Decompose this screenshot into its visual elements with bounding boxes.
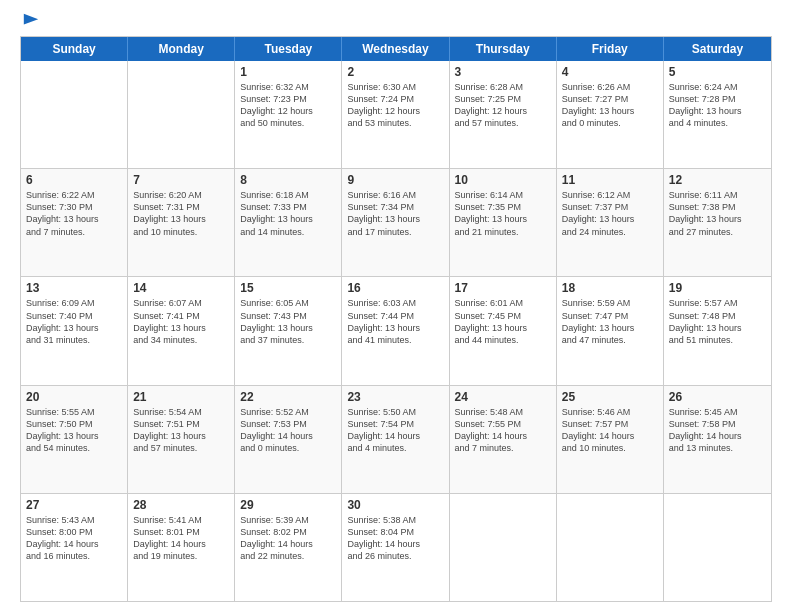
day-info: Sunrise: 5:57 AM Sunset: 7:48 PM Dayligh…: [669, 297, 766, 346]
logo-flag-icon: [22, 12, 40, 30]
day-number: 18: [562, 281, 658, 295]
day-cell-30: 30Sunrise: 5:38 AM Sunset: 8:04 PM Dayli…: [342, 494, 449, 601]
empty-cell-r0c1: [128, 61, 235, 168]
day-cell-3: 3Sunrise: 6:28 AM Sunset: 7:25 PM Daylig…: [450, 61, 557, 168]
day-info: Sunrise: 6:11 AM Sunset: 7:38 PM Dayligh…: [669, 189, 766, 238]
day-info: Sunrise: 6:32 AM Sunset: 7:23 PM Dayligh…: [240, 81, 336, 130]
day-cell-9: 9Sunrise: 6:16 AM Sunset: 7:34 PM Daylig…: [342, 169, 449, 276]
day-cell-10: 10Sunrise: 6:14 AM Sunset: 7:35 PM Dayli…: [450, 169, 557, 276]
day-number: 19: [669, 281, 766, 295]
day-cell-25: 25Sunrise: 5:46 AM Sunset: 7:57 PM Dayli…: [557, 386, 664, 493]
day-number: 1: [240, 65, 336, 79]
day-number: 10: [455, 173, 551, 187]
day-info: Sunrise: 5:48 AM Sunset: 7:55 PM Dayligh…: [455, 406, 551, 455]
header: [20, 16, 772, 26]
day-cell-11: 11Sunrise: 6:12 AM Sunset: 7:37 PM Dayli…: [557, 169, 664, 276]
day-info: Sunrise: 6:01 AM Sunset: 7:45 PM Dayligh…: [455, 297, 551, 346]
weekday-header-sunday: Sunday: [21, 37, 128, 61]
day-number: 27: [26, 498, 122, 512]
day-info: Sunrise: 6:03 AM Sunset: 7:44 PM Dayligh…: [347, 297, 443, 346]
day-number: 21: [133, 390, 229, 404]
day-info: Sunrise: 6:26 AM Sunset: 7:27 PM Dayligh…: [562, 81, 658, 130]
weekday-header-wednesday: Wednesday: [342, 37, 449, 61]
day-number: 26: [669, 390, 766, 404]
day-number: 15: [240, 281, 336, 295]
day-number: 30: [347, 498, 443, 512]
day-cell-16: 16Sunrise: 6:03 AM Sunset: 7:44 PM Dayli…: [342, 277, 449, 384]
weekday-header-tuesday: Tuesday: [235, 37, 342, 61]
calendar-row-4: 20Sunrise: 5:55 AM Sunset: 7:50 PM Dayli…: [21, 385, 771, 493]
day-number: 13: [26, 281, 122, 295]
day-info: Sunrise: 5:45 AM Sunset: 7:58 PM Dayligh…: [669, 406, 766, 455]
svg-marker-0: [24, 14, 38, 25]
day-number: 7: [133, 173, 229, 187]
day-number: 9: [347, 173, 443, 187]
day-number: 25: [562, 390, 658, 404]
day-cell-23: 23Sunrise: 5:50 AM Sunset: 7:54 PM Dayli…: [342, 386, 449, 493]
day-info: Sunrise: 5:59 AM Sunset: 7:47 PM Dayligh…: [562, 297, 658, 346]
day-cell-5: 5Sunrise: 6:24 AM Sunset: 7:28 PM Daylig…: [664, 61, 771, 168]
day-info: Sunrise: 5:55 AM Sunset: 7:50 PM Dayligh…: [26, 406, 122, 455]
day-number: 3: [455, 65, 551, 79]
day-number: 16: [347, 281, 443, 295]
day-number: 17: [455, 281, 551, 295]
day-cell-13: 13Sunrise: 6:09 AM Sunset: 7:40 PM Dayli…: [21, 277, 128, 384]
calendar-body: 1Sunrise: 6:32 AM Sunset: 7:23 PM Daylig…: [21, 61, 771, 601]
day-cell-1: 1Sunrise: 6:32 AM Sunset: 7:23 PM Daylig…: [235, 61, 342, 168]
day-info: Sunrise: 6:12 AM Sunset: 7:37 PM Dayligh…: [562, 189, 658, 238]
day-cell-26: 26Sunrise: 5:45 AM Sunset: 7:58 PM Dayli…: [664, 386, 771, 493]
day-cell-28: 28Sunrise: 5:41 AM Sunset: 8:01 PM Dayli…: [128, 494, 235, 601]
logo: [20, 16, 40, 26]
day-number: 12: [669, 173, 766, 187]
calendar-row-3: 13Sunrise: 6:09 AM Sunset: 7:40 PM Dayli…: [21, 276, 771, 384]
day-cell-6: 6Sunrise: 6:22 AM Sunset: 7:30 PM Daylig…: [21, 169, 128, 276]
calendar-row-5: 27Sunrise: 5:43 AM Sunset: 8:00 PM Dayli…: [21, 493, 771, 601]
day-info: Sunrise: 5:38 AM Sunset: 8:04 PM Dayligh…: [347, 514, 443, 563]
day-info: Sunrise: 6:07 AM Sunset: 7:41 PM Dayligh…: [133, 297, 229, 346]
day-info: Sunrise: 5:50 AM Sunset: 7:54 PM Dayligh…: [347, 406, 443, 455]
page: SundayMondayTuesdayWednesdayThursdayFrid…: [0, 0, 792, 612]
empty-cell-r4c5: [557, 494, 664, 601]
empty-cell-r4c4: [450, 494, 557, 601]
day-info: Sunrise: 6:09 AM Sunset: 7:40 PM Dayligh…: [26, 297, 122, 346]
empty-cell-r0c0: [21, 61, 128, 168]
day-number: 23: [347, 390, 443, 404]
day-info: Sunrise: 6:24 AM Sunset: 7:28 PM Dayligh…: [669, 81, 766, 130]
calendar-header: SundayMondayTuesdayWednesdayThursdayFrid…: [21, 37, 771, 61]
day-cell-17: 17Sunrise: 6:01 AM Sunset: 7:45 PM Dayli…: [450, 277, 557, 384]
day-number: 20: [26, 390, 122, 404]
day-cell-14: 14Sunrise: 6:07 AM Sunset: 7:41 PM Dayli…: [128, 277, 235, 384]
calendar: SundayMondayTuesdayWednesdayThursdayFrid…: [20, 36, 772, 602]
day-cell-8: 8Sunrise: 6:18 AM Sunset: 7:33 PM Daylig…: [235, 169, 342, 276]
day-number: 5: [669, 65, 766, 79]
day-number: 2: [347, 65, 443, 79]
day-info: Sunrise: 6:20 AM Sunset: 7:31 PM Dayligh…: [133, 189, 229, 238]
day-cell-12: 12Sunrise: 6:11 AM Sunset: 7:38 PM Dayli…: [664, 169, 771, 276]
day-number: 8: [240, 173, 336, 187]
empty-cell-r4c6: [664, 494, 771, 601]
day-info: Sunrise: 5:39 AM Sunset: 8:02 PM Dayligh…: [240, 514, 336, 563]
day-info: Sunrise: 6:22 AM Sunset: 7:30 PM Dayligh…: [26, 189, 122, 238]
day-info: Sunrise: 5:52 AM Sunset: 7:53 PM Dayligh…: [240, 406, 336, 455]
day-info: Sunrise: 6:18 AM Sunset: 7:33 PM Dayligh…: [240, 189, 336, 238]
day-cell-22: 22Sunrise: 5:52 AM Sunset: 7:53 PM Dayli…: [235, 386, 342, 493]
day-cell-15: 15Sunrise: 6:05 AM Sunset: 7:43 PM Dayli…: [235, 277, 342, 384]
day-number: 29: [240, 498, 336, 512]
day-info: Sunrise: 5:54 AM Sunset: 7:51 PM Dayligh…: [133, 406, 229, 455]
day-info: Sunrise: 5:43 AM Sunset: 8:00 PM Dayligh…: [26, 514, 122, 563]
day-info: Sunrise: 6:30 AM Sunset: 7:24 PM Dayligh…: [347, 81, 443, 130]
day-info: Sunrise: 5:41 AM Sunset: 8:01 PM Dayligh…: [133, 514, 229, 563]
day-cell-29: 29Sunrise: 5:39 AM Sunset: 8:02 PM Dayli…: [235, 494, 342, 601]
calendar-row-2: 6Sunrise: 6:22 AM Sunset: 7:30 PM Daylig…: [21, 168, 771, 276]
day-number: 11: [562, 173, 658, 187]
weekday-header-monday: Monday: [128, 37, 235, 61]
day-info: Sunrise: 6:14 AM Sunset: 7:35 PM Dayligh…: [455, 189, 551, 238]
day-number: 28: [133, 498, 229, 512]
day-number: 24: [455, 390, 551, 404]
day-number: 22: [240, 390, 336, 404]
day-cell-18: 18Sunrise: 5:59 AM Sunset: 7:47 PM Dayli…: [557, 277, 664, 384]
day-cell-7: 7Sunrise: 6:20 AM Sunset: 7:31 PM Daylig…: [128, 169, 235, 276]
weekday-header-thursday: Thursday: [450, 37, 557, 61]
calendar-row-1: 1Sunrise: 6:32 AM Sunset: 7:23 PM Daylig…: [21, 61, 771, 168]
day-info: Sunrise: 6:16 AM Sunset: 7:34 PM Dayligh…: [347, 189, 443, 238]
